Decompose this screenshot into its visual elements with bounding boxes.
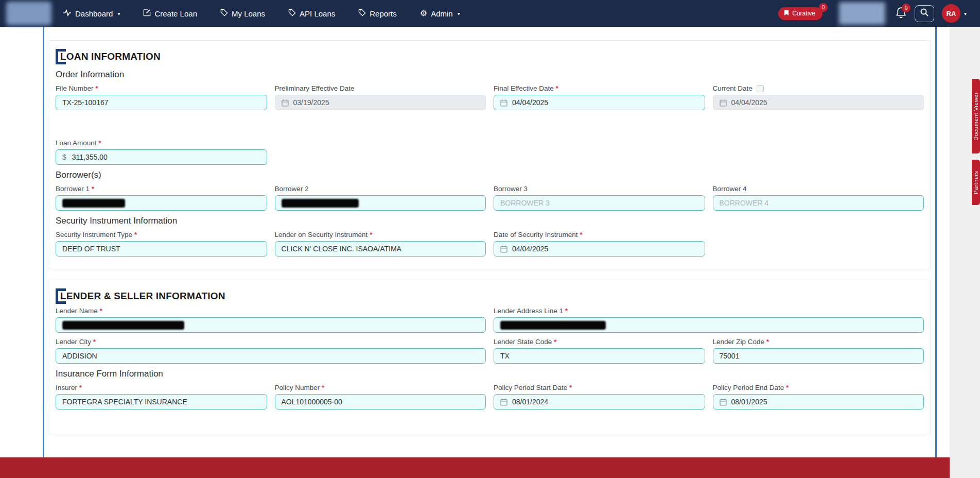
borrower-2-input[interactable] [275, 195, 486, 211]
field-lender-state-code: Lender State Code TX [494, 338, 705, 364]
edit-icon [143, 9, 151, 18]
insurer-input[interactable]: FORTEGRA SPECIALTY INSURANCE [56, 394, 267, 409]
notifications-button[interactable]: 0 [896, 7, 906, 21]
policy-period-start-date-input[interactable]: 08/01/2024 [494, 394, 705, 409]
tag-icon [358, 9, 366, 18]
calendar-icon [282, 99, 289, 107]
field-label: Lender Zip Code [713, 338, 769, 346]
policy-period-end-date-input[interactable]: 08/01/2025 [713, 394, 924, 409]
redaction-bar [62, 199, 125, 208]
chevron-down-icon[interactable]: ▾ [964, 11, 967, 16]
field-preliminary-effective-date: Preliminary Effective Date 03/19/2025 [275, 84, 486, 110]
section-title: LENDER & SELLER INFORMATION [60, 291, 225, 302]
avatar[interactable]: RA [942, 4, 960, 23]
field-label: Borrower 2 [275, 185, 309, 193]
field-borrower-1: Borrower 1 [56, 185, 267, 211]
bottom-status-bar [0, 457, 950, 478]
field-lender-name: Lender Name [56, 307, 486, 333]
borrower-4-placeholder: BORROWER 4 [720, 199, 769, 207]
field-label: Borrower 4 [713, 185, 747, 193]
preliminary-effective-date-input: 03/19/2025 [275, 95, 486, 110]
calendar-icon [500, 245, 507, 253]
field-label: Lender City [56, 338, 96, 346]
field-policy-period-start-date: Policy Period Start Date 08/01/2024 [494, 384, 705, 409]
top-navigation-bar: Dashboard ▾ Create Loan My Loans API Loa… [0, 0, 980, 27]
policy-number-input[interactable]: AOL101000005-00 [275, 394, 486, 409]
bookmark-icon [784, 10, 789, 18]
borrower-4-input[interactable]: BORROWER 4 [713, 195, 924, 211]
current-date-value: 04/04/2025 [731, 98, 767, 107]
borrower-3-placeholder: BORROWER 3 [500, 199, 550, 207]
field-loan-amount: Loan Amount $ 311,355.00 [56, 139, 267, 165]
tag-icon [288, 9, 296, 18]
field-label: Policy Number [275, 384, 325, 391]
section-header: LENDER & SELLER INFORMATION [56, 288, 924, 304]
page-title: LOAN INFORMATION [60, 51, 161, 62]
field-label: Lender Address Line 1 [494, 307, 568, 315]
field-date-of-security-instrument: Date of Security Instrument 04/04/2025 [494, 231, 705, 257]
security-instrument-type-input[interactable]: DEED OF TRUST [56, 241, 267, 257]
file-number-input[interactable]: TX-25-100167 [56, 95, 267, 110]
lender-address-line-1-input[interactable] [494, 317, 924, 333]
field-label: File Number [56, 84, 98, 92]
loan-information-card: LOAN INFORMATION Order Information File … [49, 40, 931, 269]
dollar-prefix: $ [62, 153, 66, 161]
section-header: LOAN INFORMATION [56, 49, 924, 64]
lender-zip-code-input[interactable]: 75001 [713, 348, 924, 364]
nav-item-api-loans[interactable]: API Loans [288, 9, 335, 18]
current-date-checkbox[interactable] [757, 85, 764, 92]
nav-item-label: Dashboard [75, 9, 113, 18]
field-label: Borrower 1 [56, 185, 94, 193]
policy-number-value: AOL101000005-00 [282, 398, 342, 406]
nav-item-my-loans[interactable]: My Loans [220, 9, 265, 18]
insurer-value: FORTEGRA SPECIALTY INSURANCE [62, 398, 187, 406]
date-of-security-instrument-input[interactable]: 04/04/2025 [494, 241, 705, 257]
nav-right-cluster: Curative 0 0 RA ▾ [778, 2, 967, 25]
calendar-icon [720, 398, 727, 406]
curative-button[interactable]: Curative 0 [778, 7, 822, 20]
field-policy-number: Policy Number AOL101000005-00 [275, 384, 486, 409]
app-logo[interactable] [6, 2, 51, 25]
field-label: Loan Amount [56, 139, 101, 147]
nav-item-reports[interactable]: Reports [358, 9, 397, 18]
curative-badge: 0 [819, 3, 828, 12]
search-icon [920, 8, 929, 19]
field-policy-period-end-date: Policy Period End Date 08/01/2025 [713, 384, 924, 409]
tab-partners[interactable]: Partners [972, 160, 980, 205]
redacted-nav-item [839, 2, 885, 25]
lender-on-security-instrument-input[interactable]: CLICK N' CLOSE INC. ISAOA/ATIMA [275, 241, 486, 257]
lender-state-code-input[interactable]: TX [494, 348, 705, 364]
subsection-insurance-form: Insurance Form Information [56, 369, 924, 379]
file-number-value: TX-25-100167 [62, 98, 109, 107]
nav-item-create-loan[interactable]: Create Loan [143, 9, 197, 18]
field-label: Policy Period Start Date [494, 384, 572, 391]
nav-item-label: Reports [370, 9, 397, 18]
nav-item-admin[interactable]: ⚙ Admin ▾ [420, 9, 460, 18]
field-borrower-2: Borrower 2 [275, 185, 486, 211]
tag-icon [220, 9, 228, 18]
lender-zip-code-value: 75001 [720, 352, 740, 360]
bell-icon [896, 11, 906, 20]
policy-period-start-date-value: 08/01/2024 [512, 398, 548, 406]
curative-label: Curative [792, 10, 815, 17]
field-label: Lender on Security Instrument [275, 231, 373, 238]
nav-item-dashboard[interactable]: Dashboard ▾ [63, 9, 120, 18]
field-borrower-3: Borrower 3 BORROWER 3 [494, 185, 705, 211]
nav-item-label: API Loans [300, 9, 335, 18]
search-button[interactable] [915, 5, 934, 22]
lender-city-input[interactable]: ADDISION [56, 348, 486, 364]
field-label: Borrower 3 [494, 185, 528, 193]
loan-amount-input[interactable]: $ 311,355.00 [56, 149, 267, 165]
lender-name-input[interactable] [56, 317, 486, 333]
loan-amount-value: 311,355.00 [72, 153, 108, 161]
preliminary-effective-date-value: 03/19/2025 [293, 98, 329, 107]
field-security-instrument-type: Security Instrument Type DEED OF TRUST [56, 231, 267, 257]
field-label: Insurer [56, 384, 82, 391]
lender-city-value: ADDISION [62, 352, 97, 360]
borrower-1-input[interactable] [56, 195, 267, 211]
final-effective-date-input[interactable]: 04/04/2025 [494, 95, 705, 110]
tab-document-viewer[interactable]: Document Viewer [972, 79, 980, 153]
borrower-3-input[interactable]: BORROWER 3 [494, 195, 705, 211]
security-instrument-type-value: DEED OF TRUST [62, 245, 120, 253]
field-lender-on-security-instrument: Lender on Security Instrument CLICK N' C… [275, 231, 486, 257]
